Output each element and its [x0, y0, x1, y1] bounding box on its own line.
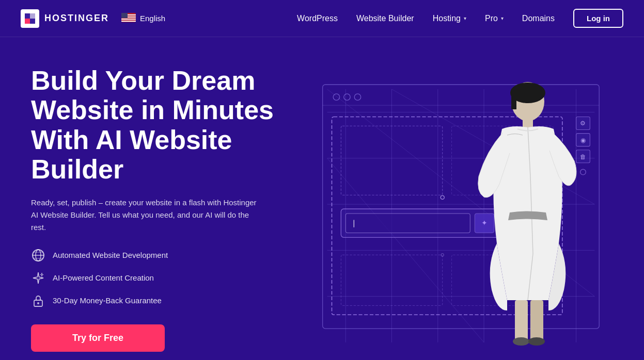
logo-icon [21, 9, 39, 28]
feature-label-2: AI-Powered Content Creation [53, 273, 154, 282]
hero-left: Build Your Dream Website in Minutes With… [31, 66, 289, 352]
try-for-free-button[interactable]: Try for Free [31, 324, 165, 352]
svg-rect-5 [121, 21, 136, 22]
svg-rect-57 [530, 300, 543, 341]
builder-preview: ✦ ⚙ ◉ 🗑 [300, 58, 613, 360]
nav-domains[interactable]: Domains [522, 14, 555, 23]
feature-item-1: Automated Website Development [31, 248, 289, 263]
sparkle-feature-icon [31, 271, 45, 285]
feature-label-3: 30-Day Money-Back Guarantee [53, 296, 162, 305]
svg-rect-35 [345, 214, 470, 233]
main-content: Build Your Dream Website in Minutes With… [0, 37, 644, 360]
flag-icon [121, 13, 136, 24]
svg-point-59 [528, 337, 545, 346]
svg-point-13 [37, 302, 39, 304]
globe-feature-icon [31, 248, 45, 263]
svg-line-26 [327, 158, 484, 342]
feature-item-2: AI-Powered Content Creation [31, 271, 289, 285]
svg-point-58 [513, 337, 529, 346]
hero-description: Ready, set, publish – create your websit… [31, 197, 258, 234]
hero-title: Build Your Dream Website in Minutes With… [31, 66, 289, 184]
navbar-left: HOSTINGER English [21, 9, 165, 28]
chevron-down-icon: ▾ [464, 15, 466, 21]
lang-label: English [140, 14, 165, 23]
nav-pro[interactable]: Pro ▾ [485, 14, 504, 23]
nav-wordpress[interactable]: WordPress [297, 14, 338, 23]
feature-item-3: 30-Day Money-Back Guarantee [31, 293, 289, 308]
svg-rect-41 [341, 255, 442, 305]
svg-point-30 [344, 94, 350, 100]
model-illustration [466, 73, 585, 352]
chevron-down-icon: ▾ [501, 15, 504, 21]
svg-point-44 [441, 254, 444, 256]
lang-selector[interactable]: English [121, 13, 165, 24]
lock-feature-icon [31, 293, 45, 308]
svg-rect-4 [121, 19, 136, 20]
svg-rect-6 [121, 13, 128, 18]
nav-hosting[interactable]: Hosting ▾ [433, 14, 466, 23]
navbar: HOSTINGER English WordPress Website Buil… [0, 0, 644, 37]
logo[interactable]: HOSTINGER [21, 9, 109, 28]
features-list: Automated Website Development AI-Powered… [31, 248, 289, 308]
svg-rect-39 [341, 126, 442, 195]
feature-label-1: Automated Website Development [53, 251, 168, 259]
svg-point-29 [333, 94, 339, 100]
svg-rect-54 [511, 89, 516, 109]
login-button[interactable]: Log in [573, 9, 623, 28]
logo-text: HOSTINGER [44, 13, 109, 24]
navbar-nav: WordPress Website Builder Hosting ▾ Pro … [297, 9, 623, 28]
nav-website-builder[interactable]: Website Builder [356, 14, 414, 23]
svg-point-31 [354, 94, 360, 100]
svg-point-43 [441, 195, 444, 199]
svg-rect-56 [515, 300, 528, 341]
